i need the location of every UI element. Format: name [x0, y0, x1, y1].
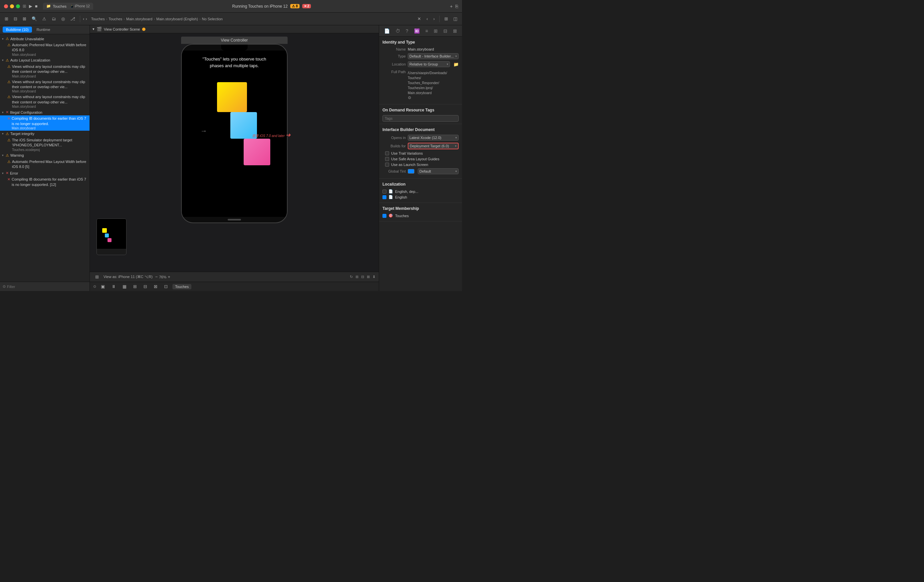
connections-btn[interactable]: ⊟: [442, 28, 449, 34]
tab-buildtime[interactable]: Buildtime (10): [3, 26, 32, 33]
canvas-area[interactable]: View Controller "Touches" lets you obser…: [90, 33, 379, 272]
scene-header: ▾ 🎬 View Controller Scene: [90, 25, 379, 33]
dropdown-location[interactable]: Relative to Group ▾: [408, 61, 450, 67]
help-btn[interactable]: ?: [404, 28, 410, 34]
tab-runtime[interactable]: Runtime: [33, 26, 54, 33]
minimap[interactable]: [97, 219, 127, 255]
running-label: Running Touches on iPhone 12: [232, 4, 288, 9]
filter-input[interactable]: [7, 285, 87, 289]
download-icon[interactable]: ⬇: [373, 275, 375, 279]
align-icon[interactable]: ⊠: [367, 275, 370, 279]
file-btn[interactable]: 🗂: [50, 16, 58, 22]
folder-icon[interactable]: 📁: [453, 62, 459, 67]
dropdown-builds-for[interactable]: Deployment Target (6.0) ▾: [408, 143, 459, 149]
color-swatch[interactable]: [408, 169, 414, 174]
group-header-illegal-config[interactable]: ▾ ✕ Illegal Configuration: [0, 109, 89, 115]
cb-english-dep[interactable]: [383, 189, 386, 194]
zoom-out-button[interactable]: −: [155, 275, 158, 279]
dropdown-opens-in[interactable]: Latest Xcode (12.0) ▾: [408, 135, 459, 141]
add-tab-button[interactable]: +: [450, 4, 453, 9]
issue-item[interactable]: ⚠ Automatic Preferred Max Layout Width b…: [0, 159, 89, 170]
group-header-error[interactable]: ▾ ✕ Error: [0, 170, 89, 176]
history-btn[interactable]: ⏱: [394, 28, 401, 34]
close-button[interactable]: [4, 4, 8, 8]
inspector-toggle-1[interactable]: ⊟: [12, 16, 19, 22]
breadcrumb-item-1[interactable]: Touches: [91, 17, 105, 21]
group-header-warning[interactable]: ▾ ⚠ Warning: [0, 152, 89, 159]
gear-icon[interactable]: ⚙: [408, 95, 411, 100]
warning-badge[interactable]: ⚠ 8: [290, 4, 299, 8]
canvas-settings-btn[interactable]: ⊞: [93, 274, 101, 280]
dropdown-type[interactable]: Default - Interface Builder... ▾: [408, 53, 459, 59]
nav-left-btn[interactable]: ‹: [424, 16, 430, 22]
cb-english[interactable]: [383, 195, 386, 199]
issue-text: Views without any layout constraints may…: [12, 94, 87, 109]
layout-icon[interactable]: ⊞: [355, 275, 358, 279]
search-btn[interactable]: 🔍: [30, 16, 39, 22]
warning-btn[interactable]: ⚠: [40, 16, 48, 22]
view-mode-btn[interactable]: ▣: [99, 283, 107, 290]
git-btn[interactable]: ⎇: [68, 16, 77, 22]
minimize-button[interactable]: [10, 4, 14, 8]
chevron-down-icon: ▾: [455, 169, 457, 173]
grid-icon[interactable]: ⊟: [361, 275, 364, 279]
breadcrumb-item-3[interactable]: Main.storyboard: [126, 17, 152, 21]
navigator-toggle[interactable]: ⊞: [3, 16, 10, 22]
nav-right-btn[interactable]: ›: [431, 16, 437, 22]
issue-title: The iOS Simulator deployment target 'IPH…: [12, 138, 87, 148]
file-inspector-btn[interactable]: 📄: [383, 28, 391, 34]
back-button[interactable]: ‹: [83, 16, 84, 21]
maximize-button[interactable]: [16, 4, 20, 8]
memory-btn[interactable]: ⊠: [152, 283, 160, 290]
issue-item[interactable]: ⚠ Views without any layout constraints m…: [0, 79, 89, 94]
issue-item[interactable]: ⚠ The iOS Simulator deployment target 'I…: [0, 137, 89, 152]
group-header-auto-layout[interactable]: ▾ ⚠ Auto Layout Localization: [0, 57, 89, 64]
scene-expand-icon[interactable]: ▾: [92, 27, 94, 31]
split-view-button[interactable]: ⎘: [455, 4, 458, 9]
attributes-btn[interactable]: ≡: [424, 28, 429, 34]
label-location: Location: [383, 62, 406, 66]
forward-button[interactable]: ›: [86, 16, 87, 21]
play-icon[interactable]: ▶: [29, 4, 32, 9]
pause-btn[interactable]: ⏸: [109, 283, 118, 290]
close-editor-btn[interactable]: ✕: [416, 16, 423, 22]
group-header-attribute-unavailable[interactable]: ▾ ⚠ Attribute Unavailable: [0, 36, 89, 42]
breadcrumb-item-4[interactable]: Main.storyboard (English): [157, 17, 198, 21]
location-status-btn[interactable]: ⊡: [162, 283, 170, 290]
location-btn[interactable]: ◎: [59, 16, 67, 22]
stack-btn[interactable]: ⊟: [142, 283, 149, 290]
zoom-in-button[interactable]: +: [168, 275, 170, 279]
bindings-btn[interactable]: ⊠: [452, 28, 458, 34]
issue-item[interactable]: ⚠ Views without any layout constraints m…: [0, 64, 89, 79]
project-tab[interactable]: 📁 Touches 📱 iPhone 12: [43, 3, 93, 10]
breadcrumb-item-5[interactable]: No Selection: [202, 17, 223, 21]
refresh-icon[interactable]: ↻: [350, 275, 353, 279]
issue-item[interactable]: ⚠ Automatic Preferred Max Layout Width b…: [0, 42, 89, 57]
step-btn[interactable]: ▦: [120, 283, 129, 290]
error-badge[interactable]: ✕ 2: [302, 4, 311, 8]
issue-item-selected[interactable]: ✕ Compiling IB documents for earlier tha…: [0, 115, 89, 131]
group-target-integrity: ▾ ⚠ Target integrity ⚠ The iOS Simulator…: [0, 131, 89, 152]
cb-touches[interactable]: [383, 214, 386, 218]
tags-input[interactable]: [383, 115, 459, 122]
tab-icon: 📁: [46, 4, 51, 8]
group-header-target-integrity[interactable]: ▾ ⚠ Target integrity: [0, 131, 89, 137]
label-opens-in: Opens in: [383, 136, 406, 140]
label-safe-area: Use Safe Area Layout Guides: [391, 157, 439, 161]
stop-icon[interactable]: ■: [35, 4, 38, 9]
issue-item[interactable]: ✕ Compiling IB documents for earlier tha…: [0, 176, 89, 188]
grid-view-btn[interactable]: ⊞: [442, 16, 450, 22]
inspector-panel-btn[interactable]: ◫: [451, 16, 459, 22]
warn-icon: ⚠: [7, 138, 11, 142]
sidebar-toggle-icon[interactable]: ⊞: [23, 4, 26, 9]
dropdown-global-tint[interactable]: Default ▾: [418, 168, 459, 174]
thread-btn[interactable]: ⊞: [131, 283, 139, 290]
identity-btn[interactable]: 🆔: [413, 28, 421, 34]
cb-launch-screen[interactable]: [385, 163, 389, 167]
breadcrumb-item-2[interactable]: Touches: [109, 17, 122, 21]
cb-safe-area[interactable]: [385, 157, 389, 161]
inspector-toggle-2[interactable]: ⊠: [21, 16, 28, 22]
size-btn[interactable]: ⊞: [432, 28, 439, 34]
cb-trait-variations[interactable]: [385, 151, 389, 155]
issue-item[interactable]: ⚠ Views without any layout constraints m…: [0, 94, 89, 109]
